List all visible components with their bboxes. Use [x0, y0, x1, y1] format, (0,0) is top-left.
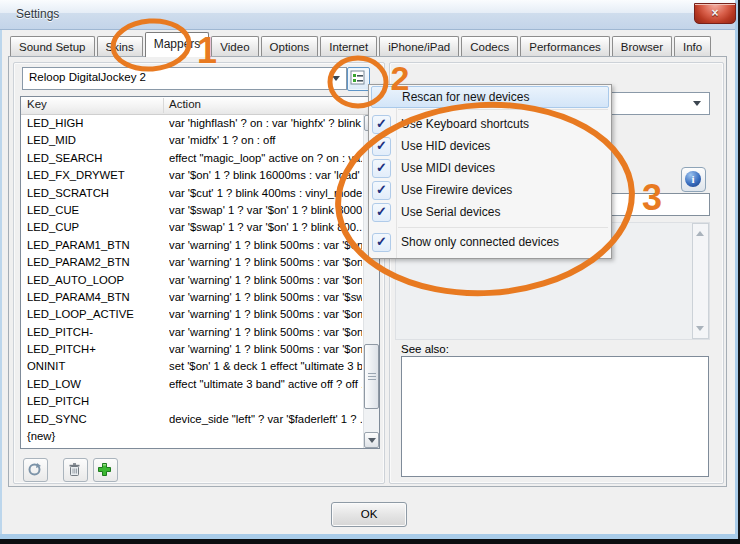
menu-item-midi-devices[interactable]: ✓ Use MIDI devices — [371, 157, 609, 179]
background-app-strip — [0, 539, 740, 544]
menu-item-hid-devices[interactable]: ✓ Use HID devices — [371, 135, 609, 157]
window-border-right — [735, 0, 738, 539]
checkmark-icon: ✓ — [372, 181, 391, 200]
menu-separator — [398, 109, 608, 110]
mapping-row[interactable]: {new} — [21, 428, 364, 445]
menu-item-show-connected[interactable]: ✓ Show only connected devices — [371, 231, 609, 253]
tab-strip: Sound Setup Skins Mappers Video Options … — [10, 33, 730, 57]
mapping-row[interactable]: LED_MIDvar 'midfx' 1 ? on : off — [21, 132, 364, 149]
delete-mapping-icon — [67, 462, 82, 477]
window-title: Settings — [16, 7, 59, 21]
scroll-down-button[interactable] — [364, 432, 379, 448]
device-combobox-value: Reloop DigitalJockey 2 — [29, 71, 146, 83]
chevron-down-icon — [693, 101, 701, 106]
mapping-row[interactable]: LED_PITCH — [21, 393, 364, 410]
add-mapping-button[interactable] — [93, 458, 118, 482]
column-header-action[interactable]: Action — [169, 98, 201, 110]
tab-internet[interactable]: Internet — [320, 36, 377, 57]
tab-browser[interactable]: Browser — [612, 36, 672, 57]
reload-mapper-icon — [27, 462, 42, 477]
checkmark-icon: ✓ — [372, 233, 391, 252]
tab-mappers[interactable]: Mappers — [145, 32, 210, 57]
thumb-grip — [368, 373, 376, 381]
arrow-down-icon — [368, 438, 376, 443]
mapping-row[interactable]: ONINITset '$on' 1 & deck 1 effect "ultim… — [21, 358, 364, 375]
checkmark-icon: ✓ — [372, 159, 391, 178]
checkmark-icon: ✓ — [372, 137, 391, 156]
mapping-row[interactable]: LED_CUEvar '$swap' 1 ? var '$on' 1 ? bli… — [21, 202, 364, 219]
mapping-row[interactable]: LED_LOOP_ACTIVEvar 'warning' 1 ? blink 5… — [21, 306, 364, 323]
column-divider[interactable] — [163, 98, 164, 113]
chevron-down-icon — [332, 76, 340, 81]
checkmark-icon: ✓ — [372, 115, 391, 134]
screen: Settings × Sound Setup Skins Mappers Vid… — [0, 0, 740, 544]
mapping-row[interactable]: LED_HIGHvar 'highflash' ? on : var 'high… — [21, 115, 364, 132]
scroll-down-button[interactable] — [693, 321, 708, 336]
info-button[interactable]: i — [681, 167, 706, 192]
mapping-row[interactable]: LED_AUTO_LOOPvar 'warning' 1 ? blink 500… — [21, 272, 364, 289]
menu-separator — [398, 227, 608, 228]
scroll-up-button[interactable] — [693, 226, 708, 241]
title-bar[interactable] — [0, 0, 735, 30]
delete-mapping-button[interactable] — [63, 458, 88, 482]
checkmark-icon: ✓ — [372, 203, 391, 222]
mapping-row[interactable]: LED_PARAM2_BTNvar 'warning' 1 ? blink 50… — [21, 254, 364, 271]
reload-mapper-button[interactable] — [23, 458, 48, 482]
column-header-key[interactable]: Key — [27, 98, 47, 110]
mapping-table: Key Action LED_HIGHvar 'highflash' ? on … — [20, 96, 380, 449]
mapping-row[interactable]: LED_FX_DRYWETvar '$on' 1 ? blink 16000ms… — [21, 167, 364, 184]
menu-item-firewire-devices[interactable]: ✓ Use Firewire devices — [371, 179, 609, 201]
device-combobox[interactable]: Reloop DigitalJockey 2 — [22, 67, 347, 90]
mapping-row[interactable]: LED_PITCH+var 'warning' 1 ? blink 500ms … — [21, 341, 364, 358]
menu-item-serial-devices[interactable]: ✓ Use Serial devices — [371, 201, 609, 223]
arrow-up-icon — [696, 231, 704, 236]
tab-video[interactable]: Video — [211, 36, 258, 57]
tab-skins[interactable]: Skins — [97, 36, 143, 57]
tab-info[interactable]: Info — [674, 36, 711, 57]
menu-item-rescan[interactable]: Rescan for new devices — [371, 86, 609, 108]
tab-sound-setup[interactable]: Sound Setup — [10, 36, 95, 57]
tab-options[interactable]: Options — [261, 36, 319, 57]
table-header[interactable]: Key Action — [21, 97, 379, 115]
ok-button[interactable]: OK — [331, 502, 407, 527]
action-panel-scrollbar[interactable] — [692, 223, 709, 339]
mapping-row[interactable]: LED_SYNCdevice_side "left" ? var '$fader… — [21, 411, 364, 428]
mapping-row[interactable]: LED_PITCH-var 'warning' 1 ? blink 500ms … — [21, 324, 364, 341]
see-also-label: See also: — [401, 343, 449, 355]
tab-performances[interactable]: Performances — [520, 36, 610, 57]
see-also-listbox[interactable] — [401, 356, 709, 477]
mapping-row[interactable]: LED_SEARCHeffect "magic_loop" active on … — [21, 150, 364, 167]
add-mapping-icon — [97, 462, 112, 477]
table-body: LED_HIGHvar 'highflash' ? on : var 'high… — [21, 115, 364, 448]
close-button[interactable]: × — [694, 3, 736, 24]
scrollbar-thumb[interactable] — [364, 344, 379, 409]
menu-item-keyboard-shortcuts[interactable]: ✓ Use Keyboard shortcuts — [371, 113, 609, 135]
device-menu-icon — [348, 68, 367, 88]
mapping-row[interactable]: LED_PARAM4_BTNvar 'warning' 1 ? blink 50… — [21, 289, 364, 306]
mapping-row[interactable]: LED_LOWeffect "ultimate 3 band" active o… — [21, 376, 364, 393]
mapping-row[interactable]: LED_SCRATCHvar '$cut' 1 ? blink 400ms : … — [21, 185, 364, 202]
device-options-menu: Rescan for new devices ✓ Use Keyboard sh… — [368, 84, 612, 259]
tab-iphone-ipad[interactable]: iPhone/iPad — [379, 36, 459, 57]
mapping-row[interactable]: LED_CUPvar '$swap' 1 ? var '$on' 1 ? bli… — [21, 219, 364, 236]
info-icon: i — [685, 171, 701, 187]
tab-codecs[interactable]: Codecs — [461, 36, 518, 57]
device-options-button[interactable] — [347, 67, 370, 91]
mapping-row[interactable]: LED_PARAM1_BTNvar 'warning' 1 ? blink 50… — [21, 237, 364, 254]
arrow-down-icon — [696, 326, 704, 331]
